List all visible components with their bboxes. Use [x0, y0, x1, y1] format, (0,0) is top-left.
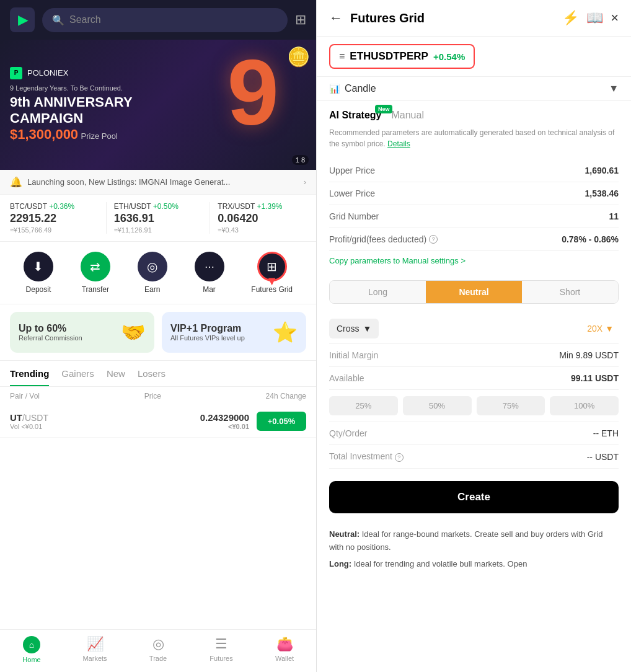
col-pair: Pair / Vol: [10, 392, 40, 400]
pct-100[interactable]: 100%: [550, 396, 619, 415]
position-tabs: Long Neutral Short: [329, 280, 619, 304]
nav-wallet-label: Wallet: [275, 655, 294, 662]
leverage-dropdown: ▼: [605, 324, 614, 334]
ticker-eth[interactable]: ETH/USDT +0.50% 1636.91 ≈¥11,126.91: [114, 202, 203, 234]
back-button[interactable]: ←: [329, 10, 343, 26]
total-investment-info-icon[interactable]: ?: [395, 453, 404, 462]
futures-grid-icon: ⊞: [257, 252, 287, 281]
promo-banner[interactable]: P POLONIEX 9 Legendary Years. To Be Cont…: [0, 40, 316, 170]
candle-dropdown-arrow[interactable]: ▼: [609, 83, 619, 94]
param-grid-number: Grid Number 11: [329, 205, 619, 228]
tab-losers[interactable]: Losers: [138, 368, 165, 386]
table-row[interactable]: UT/USDT Vol <¥0.01 0.24329000 <¥0.01 +0.…: [0, 405, 316, 438]
price-main: 0.24329000: [130, 412, 249, 423]
param-profit-grid: Profit/grid(fees deducted) ? 0.78% - 0.8…: [329, 228, 619, 251]
details-link[interactable]: Details: [387, 139, 410, 148]
futures-grid-header: ← Futures Grid ⚡ 📖 ×: [317, 0, 631, 37]
nav-futures-label: Futures: [210, 655, 232, 662]
margin-type-row: Cross ▼ 20X ▼: [329, 314, 619, 344]
pair-vol: Vol <¥0.01: [10, 423, 130, 430]
info-button[interactable]: ⚡: [562, 10, 579, 26]
total-investment-row: Total Investment ? -- USDT: [329, 445, 619, 469]
ticker-btc-price: 22915.22: [10, 212, 99, 225]
scan-icon[interactable]: ⊞: [295, 12, 306, 28]
symbol-change: +0.54%: [433, 51, 465, 62]
action-earn[interactable]: ◎ Earn: [138, 252, 167, 294]
percentage-buttons: 25% 50% 75% 100%: [329, 390, 619, 422]
margin-section: Cross ▼ 20X ▼ Initial Margin Min 9.89 US…: [317, 309, 631, 474]
announcement-icon: 🔔: [10, 176, 22, 188]
ticker-btc-change: +0.36%: [49, 202, 74, 211]
poloniex-logo-icon: P: [10, 67, 22, 79]
upper-price-value: 1,690.61: [585, 166, 619, 175]
action-earn-label: Earn: [144, 285, 160, 294]
action-transfer[interactable]: ⇄ Transfer: [81, 252, 110, 294]
col-change: 24h Change: [266, 392, 306, 400]
close-button[interactable]: ×: [611, 10, 619, 26]
banner-pagination: 1 8: [292, 155, 309, 165]
action-deposit[interactable]: ⬇ Deposit: [24, 252, 53, 294]
bottom-navigation: ⌂ Home 📈 Markets ◎ Trade ☰ Futures 👛 Wal…: [0, 629, 316, 672]
banner-coins-decoration: 🪙: [287, 46, 310, 68]
tab-ai-strategy[interactable]: AI Strategy New: [329, 110, 381, 121]
tab-long[interactable]: Long: [330, 281, 426, 303]
pct-25[interactable]: 25%: [329, 396, 398, 415]
nav-futures[interactable]: ☰ Futures: [190, 630, 253, 672]
app-logo: ▶: [10, 7, 35, 32]
app-header: ▶ 🔍 Search ⊞: [0, 0, 316, 40]
market-change-ut: +0.05%: [257, 412, 306, 431]
nav-home[interactable]: ⌂ Home: [0, 630, 63, 672]
nav-markets[interactable]: 📈 Markets: [63, 630, 126, 672]
book-button[interactable]: 📖: [586, 10, 603, 26]
tab-neutral[interactable]: Neutral: [426, 281, 522, 303]
tab-manual[interactable]: Manual: [391, 110, 423, 121]
pct-75[interactable]: 75%: [477, 396, 545, 415]
initial-margin-amount: Min 9.89: [559, 350, 593, 360]
nav-wallet[interactable]: 👛 Wallet: [253, 630, 316, 672]
pair-quote: /USDT: [22, 413, 48, 423]
tab-trending[interactable]: Trending: [10, 368, 49, 386]
tab-new[interactable]: New: [107, 368, 125, 386]
promo-vip[interactable]: VIP+1 Program All Futures VIPs level up …: [162, 312, 306, 353]
home-icon: ⌂: [23, 636, 40, 653]
price-sub: <¥0.01: [130, 423, 249, 430]
tab-short[interactable]: Short: [522, 281, 618, 303]
create-button[interactable]: Create: [329, 481, 619, 513]
quick-actions: ⬇ Deposit ⇄ Transfer ◎ Earn ⋯ Mar ⊞ Futu…: [0, 242, 316, 304]
available-value: 99.11 USDT: [571, 373, 619, 383]
trade-icon: ◎: [152, 636, 164, 652]
lower-price-label: Lower Price: [329, 188, 375, 198]
pct-50[interactable]: 50%: [403, 396, 472, 415]
pair-base: UT: [10, 412, 22, 423]
deposit-icon: ⬇: [24, 252, 53, 281]
desc-long: Long: Ideal for trending and volatile bu…: [329, 558, 619, 571]
promo-referral-title: Up to 60%: [19, 323, 82, 334]
new-badge: New: [375, 105, 393, 113]
ticker-trx[interactable]: TRX/USDT +1.39% 0.06420 ≈¥0.43: [218, 202, 306, 234]
leverage-value: 20X: [587, 324, 602, 334]
market-pair-ut: UT/USDT Vol <¥0.01: [10, 412, 130, 430]
ticker-trx-cny: ≈¥0.43: [218, 226, 306, 234]
search-icon: 🔍: [52, 14, 64, 26]
tab-gainers[interactable]: Gainers: [61, 368, 94, 386]
action-market[interactable]: ⋯ Mar: [195, 252, 224, 294]
symbol-badge[interactable]: ≡ ETHUSDTPERP +0.54%: [329, 44, 475, 69]
profit-grid-value: 0.78% - 0.86%: [562, 234, 619, 244]
panel-title: Futures Grid: [350, 11, 555, 25]
leverage-select[interactable]: 20X ▼: [582, 319, 619, 338]
strategy-section: AI Strategy New Manual Recommended param…: [317, 101, 631, 154]
promo-referral[interactable]: Up to 60% Referral Commission 🤝: [10, 312, 154, 353]
promo-cards: Up to 60% Referral Commission 🤝 VIP+1 Pr…: [0, 304, 316, 361]
nav-trade[interactable]: ◎ Trade: [126, 630, 190, 672]
symbol-name: ETHUSDTPERP: [350, 50, 428, 63]
profit-info-icon[interactable]: ?: [429, 235, 438, 244]
action-futures-grid-label: Futures Grid: [251, 285, 293, 294]
action-futures-grid[interactable]: ⊞ Futures Grid ▼: [251, 252, 293, 294]
ticker-btc[interactable]: BTC/USDT +0.36% 22915.22 ≈¥155,766.49: [10, 202, 99, 234]
available-row: Available 99.11 USDT: [329, 367, 619, 390]
copy-params-link[interactable]: Copy parameters to Manual settings >: [329, 251, 619, 270]
announcement-bar[interactable]: 🔔 Launching soon, New Listings: IMGNAI I…: [0, 170, 316, 195]
search-bar[interactable]: 🔍 Search: [42, 8, 288, 32]
announcement-arrow: ›: [304, 177, 306, 187]
margin-type-select[interactable]: Cross ▼: [329, 319, 379, 338]
